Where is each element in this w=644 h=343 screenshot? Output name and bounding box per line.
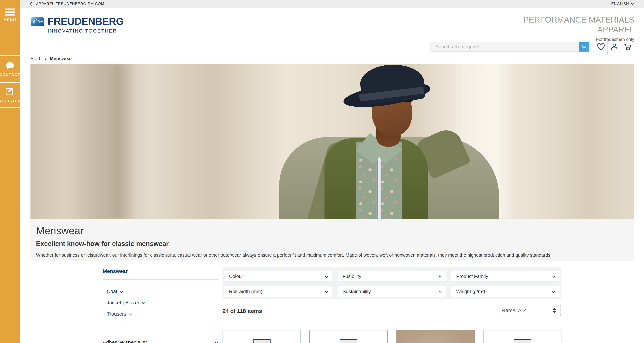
- category-sidebar: Menswear Coat Jacket | Blazer Trousers A…: [103, 268, 218, 343]
- rail-filler: [0, 107, 20, 343]
- logo-tagline: INNOVATING TOGETHER: [48, 28, 124, 34]
- chevron-down-icon: [120, 289, 123, 293]
- hamburger-icon: [5, 9, 15, 16]
- product-card[interactable]: [222, 330, 301, 343]
- magnifier-icon: [582, 44, 587, 49]
- filter-weight[interactable]: Weight (g/m²): [451, 286, 560, 297]
- breadcrumb-home-link[interactable]: Start: [30, 56, 40, 61]
- menu-button[interactable]: MENU: [0, 0, 20, 56]
- sidebar-category-title[interactable]: Menswear: [103, 268, 218, 280]
- filter-sustainability[interactable]: Sustainability: [338, 286, 446, 297]
- sort-dropdown[interactable]: Name, A-Z: [497, 305, 561, 316]
- product-grid: [222, 330, 562, 343]
- logo-wordmark: FREUDENBERG: [48, 16, 124, 26]
- sidebar-divider: [103, 323, 218, 324]
- filter-fusibility[interactable]: Fusibility: [338, 271, 446, 281]
- sidebar-item-coat[interactable]: Coat: [107, 289, 218, 294]
- sidebar-item-jacket-blazer[interactable]: Jacket | Blazer: [107, 300, 218, 306]
- header: FREUDENBERG INNOVATING TOGETHER PERFORMA…: [20, 8, 644, 64]
- division-title: PERFORMANCE MATERIALS APPAREL: [523, 15, 634, 35]
- sidebar-item-label: Jacket | Blazer: [107, 300, 140, 306]
- product-swatch-image: [253, 339, 270, 343]
- register-button[interactable]: REGISTER: [0, 82, 20, 107]
- logo-mark-icon: [30, 16, 45, 26]
- filter-label: Fusibility: [342, 273, 361, 279]
- favorites-button[interactable]: [594, 39, 608, 55]
- chevron-down-icon: [552, 274, 555, 278]
- filter-product-family[interactable]: Product Family: [451, 271, 560, 281]
- language-label: ENGLISH: [611, 2, 629, 6]
- page-subtitle: Excellent know-how for classic menswear: [36, 240, 629, 248]
- language-selector[interactable]: ENGLISH: [611, 2, 634, 6]
- cart-button[interactable]: [621, 39, 634, 55]
- speech-bubble-icon: [5, 62, 15, 71]
- top-bar: APPAREL.FREUDENBERG-PM.COM ENGLISH: [20, 0, 644, 8]
- logo-text-block: FREUDENBERG INNOVATING TOGETHER: [48, 16, 124, 34]
- register-label: REGISTER: [0, 99, 21, 103]
- results-count: 24 of 118 items: [222, 308, 262, 314]
- filter-label: Roll width (mm): [229, 289, 262, 294]
- chevron-down-icon: [142, 301, 145, 304]
- sidebar-item-adhesive-speciality[interactable]: Adhesive speciality: [103, 339, 218, 343]
- page-description: Whether for business or leisurewear, our…: [36, 252, 629, 258]
- chevron-down-icon: [325, 290, 328, 293]
- back-chevron-icon: [30, 2, 34, 6]
- menu-label: MENU: [4, 18, 16, 22]
- utility-rail: MENU CONTACT REGISTER: [0, 0, 20, 343]
- site-label: APPAREL.FREUDENBERG-PM.COM: [36, 2, 104, 6]
- product-card[interactable]: [483, 330, 562, 343]
- freudenberg-logo[interactable]: FREUDENBERG INNOVATING TOGETHER: [30, 16, 124, 34]
- filter-label: Colour: [229, 273, 243, 279]
- search-input[interactable]: [430, 42, 579, 52]
- filter-panel: Colour Fusibility Product Family Roll wi…: [222, 267, 562, 299]
- chevron-down-icon: [215, 340, 218, 343]
- sidebar-category-list: Coat Jacket | Blazer Trousers: [103, 280, 218, 323]
- search-button[interactable]: [579, 42, 589, 52]
- hero-wall-stripe: [104, 64, 135, 219]
- contact-label: CONTACT: [0, 73, 20, 77]
- sidebar-item-label: Trousers: [107, 311, 126, 317]
- filter-label: Product Family: [456, 273, 488, 279]
- product-card[interactable]: [309, 330, 388, 343]
- search-area: [430, 39, 634, 55]
- language-chevron-icon: [631, 2, 634, 5]
- pencil-square-icon: [5, 87, 14, 97]
- shopping-cart-icon: [623, 43, 632, 51]
- filter-label: Sustainability: [342, 289, 371, 294]
- breadcrumb-separator-icon: [44, 57, 46, 60]
- division-line2: APPAREL: [523, 25, 634, 35]
- division-line1: PERFORMANCE MATERIALS: [523, 15, 634, 25]
- filter-label: Weight (g/m²): [456, 289, 485, 294]
- page-root: MENU CONTACT REGISTER APPAREL.FREUDENBER…: [0, 0, 644, 343]
- filter-roll-width[interactable]: Roll width (mm): [224, 286, 332, 297]
- user-icon: [610, 43, 618, 51]
- sort-arrows-icon: [553, 308, 556, 313]
- sidebar-item-trousers[interactable]: Trousers: [107, 311, 218, 317]
- page-title: Menswear: [36, 225, 629, 237]
- back-to-site-link[interactable]: APPAREL.FREUDENBERG-PM.COM: [30, 2, 104, 6]
- filter-colour[interactable]: Colour: [224, 271, 332, 281]
- header-icon-group: [594, 39, 634, 55]
- hero-image: [30, 64, 634, 219]
- hero-shirt-placket: [376, 153, 381, 219]
- chevron-down-icon: [439, 290, 442, 293]
- account-button[interactable]: [608, 39, 621, 55]
- product-swatch-image: [514, 339, 531, 343]
- product-card[interactable]: [396, 330, 475, 343]
- category-intro: Menswear Excellent know-how for classic …: [30, 219, 634, 261]
- sort-value: Name, A-Z: [502, 307, 526, 313]
- chevron-down-icon: [325, 274, 328, 278]
- product-swatch-image: [340, 339, 357, 343]
- sidebar-item-label: Adhesive speciality: [103, 339, 147, 343]
- heart-icon: [597, 43, 605, 51]
- chevron-down-icon: [552, 290, 555, 293]
- chevron-down-icon: [129, 312, 132, 315]
- contact-button[interactable]: CONTACT: [0, 56, 20, 82]
- sidebar-item-label: Coat: [107, 289, 117, 294]
- breadcrumb: Start Menswear: [30, 56, 72, 61]
- breadcrumb-current: Menswear: [50, 56, 72, 61]
- chevron-down-icon: [439, 274, 442, 278]
